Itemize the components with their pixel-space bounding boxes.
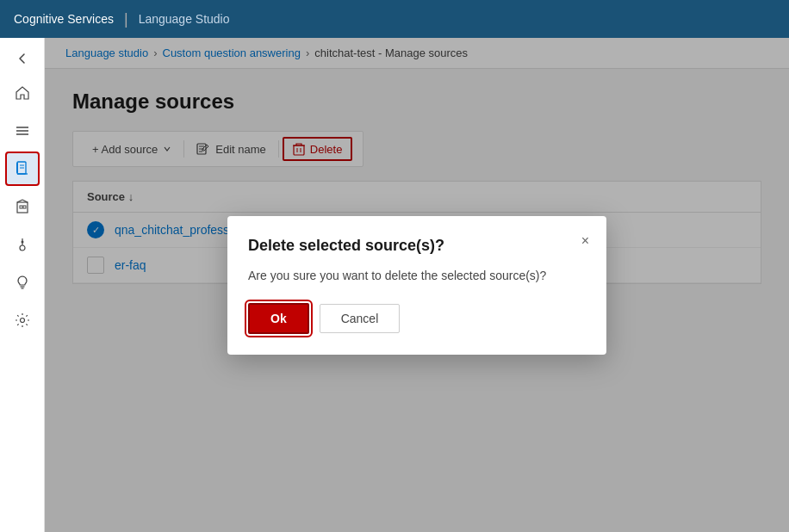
delete-dialog: Delete selected source(s)? × Are you sur… <box>227 216 606 355</box>
dialog-message: Are you sure you want to delete the sele… <box>248 269 586 282</box>
svg-point-17 <box>20 319 24 323</box>
top-nav: Cognitive Services | Language Studio <box>0 0 789 38</box>
svg-rect-7 <box>16 163 18 173</box>
svg-rect-10 <box>23 206 26 208</box>
paint-icon <box>15 237 30 252</box>
book-icon <box>15 161 30 176</box>
menu-icon <box>15 123 30 139</box>
top-nav-divider: | <box>124 10 128 28</box>
dialog-title: Delete selected source(s)? <box>248 237 586 255</box>
main-content: Language studio › Custom question answer… <box>45 38 789 532</box>
dialog-cancel-button[interactable]: Cancel <box>320 304 401 333</box>
sidebar-item-suggestions[interactable] <box>5 265 40 300</box>
sidebar-item-settings[interactable] <box>5 303 40 337</box>
settings-icon <box>15 312 30 328</box>
dialog-overlay: Delete selected source(s)? × Are you sur… <box>45 38 789 532</box>
sidebar <box>0 38 45 532</box>
home-icon <box>15 85 30 101</box>
dialog-close-button[interactable]: × <box>578 230 593 252</box>
dialog-ok-button[interactable]: Ok <box>248 303 309 334</box>
svg-point-13 <box>20 245 25 251</box>
sidebar-item-customize[interactable] <box>5 227 40 262</box>
sidebar-item-home[interactable] <box>5 76 40 110</box>
top-nav-studio: Language Studio <box>139 12 230 26</box>
chevron-left-icon <box>16 52 29 65</box>
sidebar-collapse[interactable] <box>5 45 40 72</box>
svg-point-14 <box>21 241 23 244</box>
sidebar-item-projects[interactable] <box>5 189 40 224</box>
building-icon <box>15 199 30 214</box>
top-nav-service: Cognitive Services <box>14 12 114 26</box>
lightbulb-icon <box>15 275 30 290</box>
sidebar-item-menu[interactable] <box>5 114 40 148</box>
sidebar-item-knowledge-base[interactable] <box>5 152 40 186</box>
dialog-actions: Ok Cancel <box>248 303 586 334</box>
layout: Language studio › Custom question answer… <box>0 38 789 532</box>
svg-rect-9 <box>20 206 22 208</box>
